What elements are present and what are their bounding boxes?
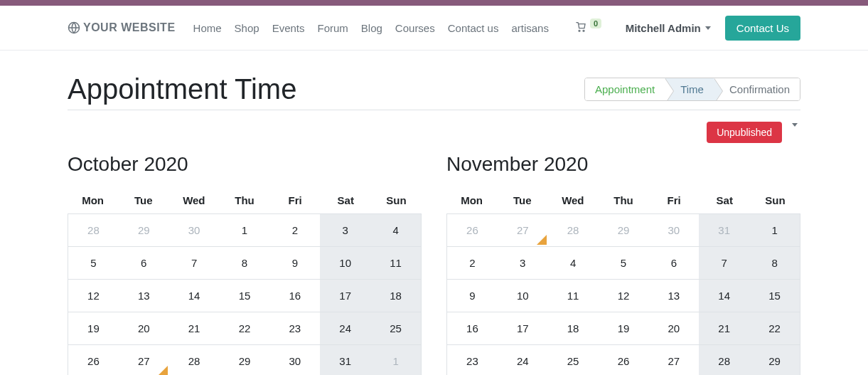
- calendar-row: 5 6 7 8 9 10 11: [68, 247, 421, 280]
- day-cell[interactable]: 30: [169, 214, 220, 246]
- nav-artisans[interactable]: artisans: [511, 22, 549, 34]
- day-cell[interactable]: 1: [370, 345, 421, 375]
- day-cell[interactable]: 28: [699, 345, 749, 375]
- day-cell[interactable]: 10: [498, 280, 548, 312]
- day-cell[interactable]: 17: [498, 312, 548, 344]
- day-cell[interactable]: 17: [320, 280, 370, 312]
- nav-links: Home Shop Events Forum Blog Courses Cont…: [193, 22, 602, 34]
- day-cell[interactable]: 15: [220, 280, 270, 312]
- day-cell[interactable]: 27: [498, 214, 548, 246]
- wizard-step-appointment[interactable]: Appointment: [585, 78, 665, 100]
- day-cell[interactable]: 7: [699, 247, 749, 279]
- day-cell[interactable]: 28: [548, 214, 599, 246]
- day-num: 27: [517, 224, 529, 236]
- page-title: Appointment Time: [68, 73, 296, 105]
- nav-shop[interactable]: Shop: [235, 22, 259, 34]
- day-cell[interactable]: 19: [68, 312, 119, 344]
- day-cell[interactable]: 12: [599, 280, 649, 312]
- nav-forum[interactable]: Forum: [317, 22, 348, 34]
- day-cell[interactable]: 22: [749, 312, 800, 344]
- day-cell[interactable]: 14: [169, 280, 220, 312]
- nav-home[interactable]: Home: [193, 22, 222, 34]
- day-cell[interactable]: 19: [599, 312, 649, 344]
- day-cell[interactable]: 29: [119, 214, 169, 246]
- day-cell[interactable]: 12: [68, 280, 119, 312]
- day-cell[interactable]: 24: [498, 345, 548, 375]
- day-cell[interactable]: 5: [599, 247, 649, 279]
- day-cell[interactable]: 9: [269, 247, 320, 279]
- day-cell[interactable]: 21: [169, 312, 220, 344]
- day-cell[interactable]: 18: [548, 312, 599, 344]
- day-cell[interactable]: 8: [749, 247, 800, 279]
- day-cell[interactable]: 24: [320, 312, 370, 344]
- day-cell[interactable]: 10: [320, 247, 370, 279]
- day-cell[interactable]: 8: [220, 247, 270, 279]
- unpublished-button[interactable]: Unpublished: [707, 122, 782, 143]
- day-cell[interactable]: 6: [119, 247, 169, 279]
- day-cell[interactable]: 28: [68, 214, 119, 246]
- cart-button[interactable]: 0: [574, 22, 601, 33]
- day-cell[interactable]: 13: [119, 280, 169, 312]
- day-cell[interactable]: 23: [269, 312, 320, 344]
- day-cell[interactable]: 7: [169, 247, 220, 279]
- day-cell[interactable]: 1: [220, 214, 270, 246]
- nav-contact[interactable]: Contact us: [448, 22, 499, 34]
- day-cell[interactable]: 3: [498, 247, 548, 279]
- calendar-row: 9 10 11 12 13 14 15: [447, 280, 800, 312]
- day-cell[interactable]: 27: [648, 345, 699, 375]
- day-cell[interactable]: 20: [648, 312, 699, 344]
- day-cell[interactable]: 22: [220, 312, 270, 344]
- day-cell[interactable]: 2: [447, 247, 498, 279]
- day-cell[interactable]: 11: [370, 247, 421, 279]
- day-cell[interactable]: 4: [370, 214, 421, 246]
- contact-us-button[interactable]: Contact Us: [725, 16, 800, 41]
- day-num: 27: [138, 355, 150, 367]
- day-cell[interactable]: 15: [749, 280, 800, 312]
- day-cell[interactable]: 31: [699, 214, 749, 246]
- user-menu[interactable]: Mitchell Admin: [626, 22, 711, 34]
- day-cell[interactable]: 29: [599, 214, 649, 246]
- day-cell[interactable]: 25: [548, 345, 599, 375]
- day-cell[interactable]: 28: [169, 345, 220, 375]
- dow-thu: Thu: [219, 187, 269, 213]
- dow-fri: Fri: [649, 187, 700, 213]
- day-cell[interactable]: 26: [599, 345, 649, 375]
- day-cell[interactable]: 25: [370, 312, 421, 344]
- day-cell[interactable]: 3: [320, 214, 370, 246]
- publish-dropdown-toggle[interactable]: [789, 124, 800, 142]
- day-cell[interactable]: 23: [447, 345, 498, 375]
- day-cell[interactable]: 30: [648, 214, 699, 246]
- day-cell[interactable]: 14: [699, 280, 749, 312]
- day-cell[interactable]: 26: [68, 345, 119, 375]
- top-accent-bar: [0, 0, 868, 6]
- day-cell[interactable]: 9: [447, 280, 498, 312]
- day-cell[interactable]: 4: [548, 247, 599, 279]
- day-cell[interactable]: 11: [548, 280, 599, 312]
- day-cell[interactable]: 2: [269, 214, 320, 246]
- day-cell[interactable]: 16: [269, 280, 320, 312]
- day-cell[interactable]: 5: [68, 247, 119, 279]
- day-cell[interactable]: 29: [749, 345, 800, 375]
- wizard-step-confirmation[interactable]: Confirmation: [714, 78, 800, 100]
- day-cell[interactable]: 13: [648, 280, 699, 312]
- nav-events[interactable]: Events: [272, 22, 305, 34]
- day-cell[interactable]: 29: [220, 345, 270, 375]
- cart-count: 0: [590, 19, 601, 28]
- day-cell[interactable]: 30: [269, 345, 320, 375]
- day-cell[interactable]: 1: [749, 214, 800, 246]
- day-cell[interactable]: 27: [119, 345, 169, 375]
- nav-courses[interactable]: Courses: [395, 22, 435, 34]
- day-cell[interactable]: 21: [699, 312, 749, 344]
- day-cell[interactable]: 20: [119, 312, 169, 344]
- cart-icon: [574, 22, 587, 33]
- dow-wed: Wed: [168, 187, 219, 213]
- day-cell[interactable]: 31: [320, 345, 370, 375]
- day-cell[interactable]: 16: [447, 312, 498, 344]
- nav-blog[interactable]: Blog: [361, 22, 382, 34]
- day-cell[interactable]: 26: [447, 214, 498, 246]
- logo[interactable]: YOUR WEBSITE: [68, 21, 176, 34]
- dow-sat: Sat: [321, 187, 371, 213]
- day-cell[interactable]: 18: [370, 280, 421, 312]
- day-cell[interactable]: 6: [648, 247, 699, 279]
- dow-tue: Tue: [497, 187, 547, 213]
